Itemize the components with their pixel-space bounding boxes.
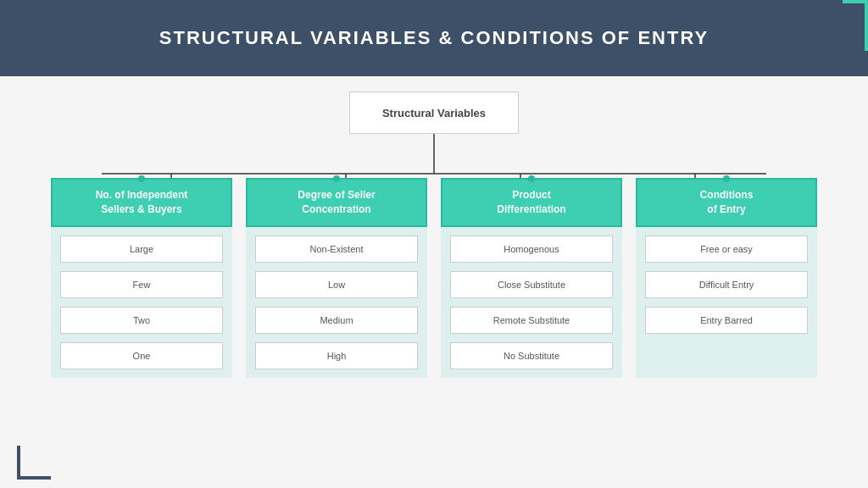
connector-dot-4 [723,175,730,182]
item-medium: Medium [255,307,419,334]
col-bg-4: Free or easy Difficult Entry Entry Barre… [636,227,817,378]
column-3: ProductDifferentiation Homogenous Close … [441,178,622,378]
item-two: Two [60,307,224,334]
cat-box-2: Degree of SellerConcentration [246,178,427,227]
column-1: No. of IndependentSellers & Buyers Large… [51,178,232,378]
connector-dot-3 [528,175,535,182]
item-homogenous: Homogenous [450,236,614,263]
cat-box-1: No. of IndependentSellers & Buyers [51,178,232,227]
item-no-substitute: No Substitute [450,342,614,369]
connector-dot-2 [333,175,340,182]
col-bg-2: Non-Existent Low Medium High [246,227,427,378]
col-bg-3: Homogenous Close Substitute Remote Subst… [441,227,622,378]
item-close-substitute: Close Substitute [450,271,614,298]
column-4: Conditionsof Entry Free or easy Difficul… [636,178,817,378]
cat-box-4: Conditionsof Entry [636,178,817,227]
item-entry-barred: Entry Barred [645,307,809,334]
item-free-easy: Free or easy [645,236,809,263]
column-2: Degree of SellerConcentration Non-Existe… [246,178,427,378]
item-remote-substitute: Remote Substitute [450,307,614,334]
diagram-area: Structural Variables No. of IndependentS… [0,76,868,488]
corner-accent-top-right [843,0,868,51]
item-difficult-entry: Difficult Entry [645,271,809,298]
connector-dot-1 [138,175,145,182]
item-few: Few [60,271,224,298]
item-low: Low [255,271,419,298]
col-bg-1: Large Few Two One [51,227,232,378]
page-title: STRUCTURAL VARIABLES & CONDITIONS OF ENT… [159,27,709,49]
item-one: One [60,342,224,369]
columns-container: No. of IndependentSellers & Buyers Large… [51,178,817,378]
root-node: Structural Variables [349,92,519,134]
item-high: High [255,342,419,369]
item-large: Large [60,236,224,263]
cat-box-3: ProductDifferentiation [441,178,622,227]
corner-accent-bottom-left [17,446,51,480]
header-bar: STRUCTURAL VARIABLES & CONDITIONS OF ENT… [0,0,868,76]
item-nonexistent: Non-Existent [255,236,419,263]
